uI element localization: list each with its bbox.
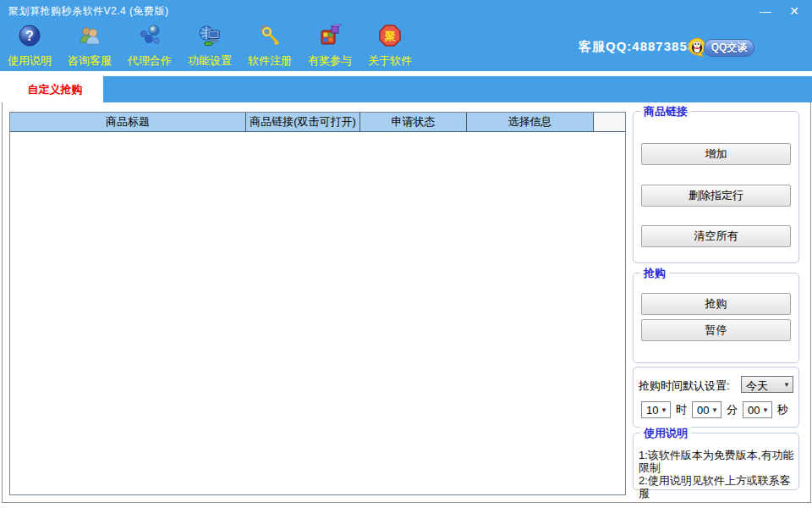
table-body[interactable] <box>10 132 625 494</box>
toolbar-item-label: 使用说明 <box>2 53 58 69</box>
hour-select-value: 10 <box>646 404 658 417</box>
second-unit-label: 秒 <box>777 402 788 417</box>
header: 聚划算抢购秒杀软件V2.4 (免费版) — ✕ ? 使用说明 <box>0 0 812 71</box>
column-header-filler <box>594 113 625 131</box>
minute-select-value: 00 <box>697 404 709 417</box>
toolbar-item-settings[interactable]: 功能设置 <box>182 24 238 69</box>
register-key-icon <box>242 24 298 51</box>
instructions-text: 1:该软件版本为免费版本,有功能限制 2:使用说明见软件上方或联系客服 <box>639 449 795 500</box>
toolbar-item-customer-service[interactable]: 咨询客服 <box>62 24 118 69</box>
time-hms-row: 10 ▼ 时 00 ▼ 分 00 ▼ 秒 <box>641 401 795 418</box>
column-header-apply-status[interactable]: 申请状态 <box>360 113 467 131</box>
toolbar-item-agent[interactable]: 代理合作 <box>122 24 178 69</box>
add-button[interactable]: 增加 <box>641 143 791 165</box>
instruction-line: 1:该软件版本为免费版本,有功能限制 <box>639 449 795 474</box>
toolbar-item-about[interactable]: 聚 关于软件 <box>362 24 418 69</box>
toolbar-item-register[interactable]: 软件注册 <box>242 24 298 69</box>
qq-chat-label: QQ交谈 <box>704 39 754 57</box>
toolbar: ? 使用说明 咨询客服 <box>2 24 422 69</box>
clear-all-button[interactable]: 清空所有 <box>641 225 791 247</box>
settings-icon <box>182 24 238 51</box>
toolbar-item-help[interactable]: ? 使用说明 <box>2 24 58 69</box>
panel-product-link-title: 商品链接 <box>640 104 691 119</box>
svg-text:?: ? <box>25 29 34 43</box>
toolbar-item-label: 软件注册 <box>242 53 298 69</box>
pause-button[interactable]: 暂停 <box>641 319 791 341</box>
toolbar-item-label: 咨询客服 <box>62 53 118 69</box>
panel-instructions: 使用说明 1:该软件版本为免费版本,有功能限制 2:使用说明见软件上方或联系客服 <box>633 433 799 490</box>
chevron-down-icon: ▼ <box>711 406 718 414</box>
toolbar-item-label: 功能设置 <box>182 53 238 69</box>
chevron-down-icon: ▼ <box>783 381 790 389</box>
time-default-label: 抢购时间默认设置: <box>639 378 730 394</box>
second-select-value: 00 <box>748 404 760 417</box>
table-header-row: 商品标题 商品链接(双击可打开) 申请状态 选择信息 <box>10 113 625 132</box>
column-header-product-title[interactable]: 商品标题 <box>10 113 246 131</box>
prize-icon <box>302 24 358 51</box>
tab-custom-rush[interactable]: 自定义抢购 <box>7 76 103 102</box>
window-title: 聚划算抢购秒杀软件V2.4 (免费版) <box>8 4 169 19</box>
rush-buy-button[interactable]: 抢购 <box>641 293 791 315</box>
customer-service-icon <box>62 24 118 51</box>
qq-chat-button[interactable]: QQ交谈 <box>687 37 754 58</box>
tab-strip: 自定义抢购 <box>0 76 812 102</box>
time-default-row: 抢购时间默认设置: 今天 ▼ <box>639 376 793 393</box>
day-select[interactable]: 今天 ▼ <box>741 376 793 393</box>
help-icon: ? <box>2 24 58 51</box>
delete-selected-row-button[interactable]: 删除指定行 <box>641 185 791 207</box>
panel-rush: 抢购 抢购 暂停 <box>633 273 799 363</box>
toolbar-item-prize[interactable]: 有奖参与 <box>302 24 358 69</box>
products-table: 商品标题 商品链接(双击可打开) 申请状态 选择信息 <box>9 112 626 495</box>
hour-unit-label: 时 <box>676 402 687 417</box>
day-select-value: 今天 <box>746 378 768 394</box>
panel-rush-title: 抢购 <box>640 266 669 281</box>
app-window: 聚划算抢购秒杀软件V2.4 (免费版) — ✕ ? 使用说明 <box>0 0 812 508</box>
panel-product-link: 商品链接 增加 删除指定行 清空所有 <box>633 111 799 263</box>
close-button[interactable]: ✕ <box>783 2 805 20</box>
column-header-select-info[interactable]: 选择信息 <box>467 113 594 131</box>
minute-select[interactable]: 00 ▼ <box>692 401 721 418</box>
minimize-button[interactable]: — <box>754 2 776 20</box>
agent-cooperation-icon <box>122 24 178 51</box>
column-header-product-link[interactable]: 商品链接(双击可打开) <box>246 113 360 131</box>
second-select[interactable]: 00 ▼ <box>743 401 772 418</box>
service-qq-label: 客服QQ:488738580 <box>579 39 703 55</box>
tab-strip-filler <box>103 76 812 102</box>
instruction-line: 2:使用说明见软件上方或联系客服 <box>639 474 795 500</box>
svg-text:聚: 聚 <box>385 30 396 42</box>
chevron-down-icon: ▼ <box>762 406 769 414</box>
panel-instructions-title: 使用说明 <box>640 426 691 441</box>
minute-unit-label: 分 <box>727 402 738 417</box>
toolbar-item-label: 关于软件 <box>362 53 418 69</box>
toolbar-item-label: 有奖参与 <box>302 53 358 69</box>
about-icon: 聚 <box>362 24 418 51</box>
chevron-down-icon: ▼ <box>661 406 667 414</box>
hour-select[interactable]: 10 ▼ <box>641 401 671 418</box>
toolbar-item-label: 代理合作 <box>122 53 178 69</box>
panel-time-settings: 抢购时间默认设置: 今天 ▼ 10 ▼ 时 00 ▼ 分 00 ▼ 秒 <box>633 367 799 428</box>
